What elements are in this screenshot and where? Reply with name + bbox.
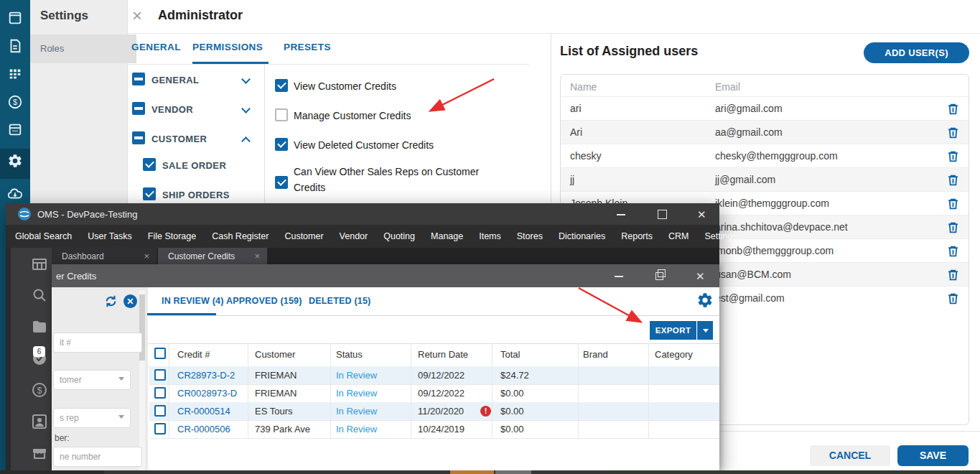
document-icon[interactable]	[7, 38, 23, 54]
row-checkbox[interactable]	[154, 369, 166, 381]
row-checkbox[interactable]	[154, 387, 166, 399]
add-users-button[interactable]: ADD USER(S)	[864, 42, 969, 63]
cancel-button[interactable]: CANCEL	[810, 445, 890, 466]
menu-item-cash-register[interactable]: Cash Register	[204, 231, 276, 241]
menu-item-dictionaries[interactable]: Dictionaries	[551, 231, 613, 241]
cloud-download-icon[interactable]	[7, 186, 23, 202]
credit-link[interactable]: CR-0000514	[177, 406, 230, 417]
delete-user-icon[interactable]	[947, 103, 959, 115]
restore-button[interactable]	[648, 264, 672, 286]
minimize-button[interactable]	[609, 203, 633, 225]
tree-checkbox-sale-order[interactable]	[143, 158, 156, 171]
tree-item-vendor[interactable]: VENDOR	[151, 104, 193, 115]
column-header[interactable]: Return Date	[418, 349, 468, 360]
refresh-icon[interactable]	[103, 294, 118, 312]
table-columns-icon[interactable]	[7, 66, 23, 82]
dollar-circle-icon[interactable]: $	[7, 94, 23, 110]
save-button[interactable]: SAVE	[897, 445, 969, 466]
menu-item-user-tasks[interactable]: User Tasks	[80, 231, 140, 241]
chevron-up-icon[interactable]	[241, 136, 251, 146]
tab-permissions[interactable]: PERMISSIONS	[192, 42, 263, 52]
column-header[interactable]: Category	[655, 349, 693, 360]
select-all-checkbox[interactable]	[154, 348, 166, 359]
perm-checkbox-manage-customer-credits[interactable]	[275, 108, 288, 121]
column-header[interactable]: Brand	[583, 349, 608, 360]
tree-checkbox-general[interactable]	[132, 73, 145, 85]
person-icon[interactable]	[31, 413, 48, 430]
perm-checkbox-view-customer-credits[interactable]	[275, 79, 288, 92]
folder-icon[interactable]	[31, 318, 48, 335]
tab-presets[interactable]: PRESETS	[284, 42, 331, 52]
dashboard-icon[interactable]	[31, 256, 48, 273]
sales-rep-select[interactable]: s rep	[53, 408, 131, 428]
delete-user-icon[interactable]	[947, 245, 959, 257]
tree-item-customer[interactable]: CUSTOMER	[151, 134, 207, 144]
close-button[interactable]: ✕	[690, 203, 714, 225]
minimize-button[interactable]	[607, 264, 631, 286]
tree-checkbox-vendor[interactable]	[132, 102, 145, 115]
search-icon[interactable]	[31, 287, 48, 304]
credit-link[interactable]: CR28973-D-2	[177, 370, 235, 381]
tab-dashboard[interactable]: Dashboard ×	[52, 248, 157, 264]
taskbar-active-app-segment[interactable]	[450, 470, 494, 474]
column-header[interactable]: Credit #	[177, 349, 210, 360]
close-tab-icon[interactable]: ×	[144, 251, 149, 261]
menu-item-customer[interactable]: Customer	[276, 231, 331, 241]
tab-deleted[interactable]: DELETED (15)	[309, 296, 370, 306]
clear-filters-icon[interactable]	[123, 294, 138, 312]
close-icon[interactable]: ×	[132, 7, 142, 24]
tree-checkbox-ship-orders[interactable]	[143, 187, 156, 200]
close-tab-icon[interactable]: ×	[254, 251, 260, 261]
oms-titlebar[interactable]: OMS - DevPace-Testing ✕	[6, 203, 719, 225]
delete-user-icon[interactable]	[947, 150, 959, 162]
menu-item-settings[interactable]: Settings	[696, 231, 745, 241]
delete-user-icon[interactable]	[947, 126, 959, 139]
calendar-icon[interactable]	[7, 121, 23, 137]
menu-item-quoting[interactable]: Quoting	[375, 231, 423, 241]
taskbar[interactable]	[0, 470, 980, 474]
menu-item-items[interactable]: Items	[471, 231, 509, 241]
chevron-down-icon[interactable]	[241, 104, 251, 113]
row-checkbox[interactable]	[154, 405, 166, 417]
tab-general[interactable]: GENERAL	[131, 42, 181, 52]
menu-item-file-storage[interactable]: File Storage	[140, 231, 204, 241]
tree-item-general[interactable]: GENERAL	[151, 75, 199, 85]
menu-item-crm[interactable]: CRM	[661, 231, 696, 241]
close-button[interactable]: ✕	[689, 264, 713, 286]
delete-user-icon[interactable]	[947, 292, 959, 305]
maximize-button[interactable]	[650, 203, 674, 225]
menu-item-global-search[interactable]: Global Search	[7, 231, 80, 241]
column-header[interactable]: Total	[500, 349, 520, 360]
scrollbar[interactable]	[139, 290, 145, 470]
tab-approved[interactable]: APPROVED (159)	[226, 296, 302, 306]
credit-link[interactable]: CR0028973-D	[177, 388, 237, 399]
menu-item-vendor[interactable]: Vendor	[332, 231, 376, 241]
credits-titlebar[interactable]: er Credits ✕	[52, 264, 719, 287]
sidebar-item-roles[interactable]: Roles	[30, 34, 136, 63]
tree-item-sale-order[interactable]: SALE ORDER	[162, 160, 226, 171]
phone-number-input[interactable]	[53, 447, 142, 467]
perm-checkbox-view-deleted-customer-credits[interactable]	[275, 138, 288, 151]
store-icon[interactable]	[31, 445, 48, 462]
delete-user-icon[interactable]	[947, 198, 959, 210]
credit-number-input[interactable]	[53, 333, 142, 353]
row-checkbox[interactable]	[154, 423, 166, 434]
menu-item-manage[interactable]: Manage	[423, 231, 471, 241]
window-icon[interactable]	[7, 10, 23, 26]
grid-settings-gear-icon[interactable]	[696, 292, 714, 312]
tree-checkbox-customer[interactable]	[132, 131, 145, 144]
credit-link[interactable]: CR-0000506	[177, 424, 230, 434]
delete-user-icon[interactable]	[947, 174, 959, 186]
export-button[interactable]: EXPORT	[650, 321, 696, 340]
perm-checkbox-can-view-other-sales-reps[interactable]	[275, 176, 288, 189]
tab-in-review[interactable]: IN REVIEW (4)	[162, 296, 224, 306]
settings-gear-icon[interactable]	[7, 153, 23, 169]
dollar-circle-icon[interactable]: $	[31, 381, 48, 399]
taskbar-segment[interactable]	[495, 470, 531, 474]
chevron-down-icon[interactable]	[241, 75, 251, 84]
menu-item-stores[interactable]: Stores	[509, 231, 551, 241]
menu-item-reports[interactable]: Reports	[613, 231, 661, 241]
tree-item-ship-orders[interactable]: SHIP ORDERS	[162, 190, 230, 200]
delete-user-icon[interactable]	[947, 221, 959, 233]
delete-user-icon[interactable]	[947, 269, 959, 281]
